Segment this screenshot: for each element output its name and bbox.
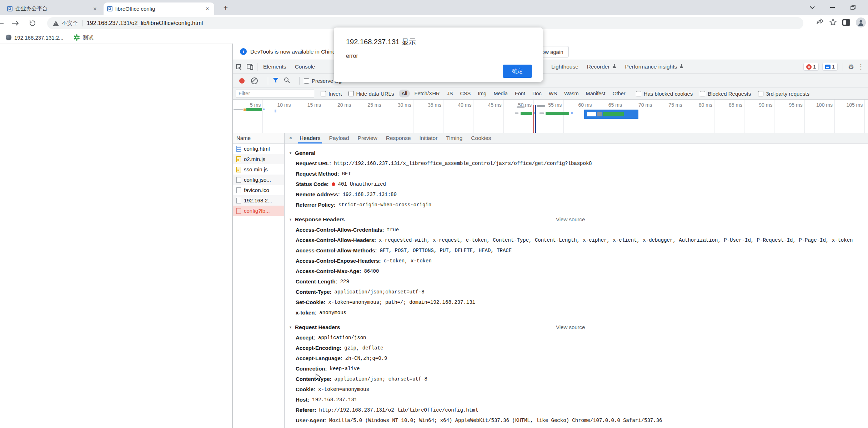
request-list-header[interactable]: Name [233, 133, 284, 143]
device-toolbar-icon[interactable] [244, 61, 256, 72]
tab-office-platform[interactable]: 企业办公平台 × [4, 2, 102, 15]
timeline-tick: 15 ms [293, 100, 323, 134]
detail-tab-headers[interactable]: Headers [295, 133, 325, 143]
section-general[interactable]: ▼General [285, 148, 868, 158]
request-row-o2-min-js[interactable]: o2.min.js [233, 154, 284, 164]
request-name: config.jso... [244, 177, 271, 183]
reload-button[interactable] [27, 18, 38, 29]
network-overview-timeline[interactable]: 5 ms10 ms15 ms20 ms25 ms30 ms35 ms40 ms4… [233, 100, 868, 135]
type-filter-manifest[interactable]: Manifest [583, 90, 608, 97]
view-source-link[interactable]: View source [556, 324, 585, 330]
side-panel-icon[interactable] [842, 19, 850, 26]
tab-libreoffice-config[interactable]: libreOffice config × [104, 2, 214, 15]
tab-close-icon[interactable]: × [92, 6, 98, 12]
alert-dialog: 192.168.237.131 显示 error 确定 [334, 27, 543, 82]
close-detail-icon[interactable]: × [286, 135, 295, 142]
js-file-icon [236, 167, 241, 172]
tab-search-chevron-icon[interactable] [804, 0, 821, 15]
has-blocked-cookies-checkbox[interactable]: Has blocked cookies [636, 91, 693, 97]
section-request-headers[interactable]: ▼Request HeadersView source [285, 322, 868, 332]
share-icon[interactable] [817, 19, 824, 26]
forward-button[interactable] [10, 18, 21, 29]
header-row: Accept:application/json [285, 332, 868, 343]
bookmark-star-icon[interactable] [829, 19, 837, 27]
header-value: http://192.168.237.131/x_libreoffice_ass… [334, 161, 592, 166]
header-row: Access-Control-Max-Age:86400 [285, 266, 868, 276]
more-menu-icon[interactable]: ⋮ [858, 63, 864, 71]
type-filter-wasm[interactable]: Wasm [562, 90, 581, 97]
header-value: zh-CN,zh;q=0.9 [345, 356, 387, 361]
divider [299, 77, 300, 85]
detail-tab-preview[interactable]: Preview [353, 133, 382, 143]
detail-tab-timing[interactable]: Timing [442, 133, 467, 143]
request-row-config-jso-[interactable]: config.jso... [233, 175, 284, 185]
checkbox[interactable] [636, 91, 641, 96]
type-filter-fetch-xhr[interactable]: Fetch/XHR [412, 90, 442, 97]
devtools-tab-recorder[interactable]: Recorder [583, 60, 621, 74]
tab-close-icon[interactable]: × [204, 6, 211, 12]
timeline-event-marker [533, 105, 534, 134]
devtools-tab-performance-insights[interactable]: Performance insights [621, 60, 688, 74]
bookmark-item[interactable]: 192.168.237.131:2... [6, 35, 64, 41]
type-filter-js[interactable]: JS [444, 90, 455, 97]
header-row: Status Code:401 Unauthorized [285, 179, 868, 189]
profile-avatar[interactable] [856, 17, 866, 27]
type-filter-other[interactable]: Other [610, 90, 628, 97]
detail-tab-initiator[interactable]: Initiator [415, 133, 442, 143]
errors-badge[interactable]: ×1 [803, 63, 819, 71]
checkbox[interactable] [758, 91, 763, 96]
type-filter-font[interactable]: Font [512, 90, 528, 97]
blocked-requests-checkbox[interactable]: Blocked Requests [700, 91, 751, 97]
request-row-favicon-ico[interactable]: favicon.ico [233, 185, 284, 195]
request-row-192-168-2-[interactable]: 192.168.2... [233, 195, 284, 206]
section-response-headers[interactable]: ▼Response HeadersView source [285, 214, 868, 225]
view-source-link[interactable]: View source [556, 216, 585, 222]
window-restore-button[interactable] [845, 0, 861, 15]
filter-input[interactable] [236, 90, 314, 97]
bookmark-favicon [74, 34, 80, 41]
request-row-config-lb-[interactable]: config?lb... [233, 206, 284, 216]
invert-checkbox[interactable]: Invert [321, 91, 342, 97]
devtools-infobar: i DevTools is now available in Chinese! … [233, 44, 868, 60]
checkbox[interactable] [304, 78, 309, 84]
3rd-party-requests-checkbox[interactable]: 3rd-party requests [758, 91, 809, 97]
type-filter-css[interactable]: CSS [457, 90, 473, 97]
clear-icon[interactable] [251, 77, 258, 84]
type-filter-img[interactable]: Img [475, 90, 489, 97]
back-button[interactable] [0, 18, 6, 29]
timeline-tick: 50 ms [504, 100, 534, 134]
waterfall-bar [521, 112, 532, 115]
issues-badge[interactable]: 1 [822, 63, 838, 71]
settings-gear-icon[interactable]: ⚙ [848, 63, 854, 71]
window-minimize-button[interactable] [824, 0, 841, 15]
checkbox[interactable] [700, 91, 705, 96]
type-filter-all[interactable]: All [399, 90, 410, 97]
header-name: Content-Length: [296, 278, 337, 285]
request-row-sso-min-js[interactable]: sso.min.js [233, 164, 284, 175]
header-value: keep-alive [330, 366, 360, 372]
timeline-event-marker [535, 105, 536, 134]
detail-tab-payload[interactable]: Payload [325, 133, 353, 143]
inspect-element-icon[interactable] [233, 61, 244, 72]
header-row: Host:192.168.237.131 [285, 394, 868, 405]
request-name: sso.min.js [244, 166, 268, 172]
detail-tab-response[interactable]: Response [382, 133, 415, 143]
bookmark-item[interactable]: 测试 [74, 34, 94, 41]
record-button[interactable] [239, 78, 245, 84]
type-filter-ws[interactable]: WS [546, 90, 560, 97]
filter-funnel-icon[interactable] [272, 77, 279, 84]
request-row-config-html[interactable]: config.html [233, 143, 284, 154]
not-secure-warning-icon [53, 21, 59, 26]
type-filter-media[interactable]: Media [491, 90, 510, 97]
search-icon[interactable] [284, 77, 290, 84]
alert-ok-button[interactable]: 确定 [503, 65, 532, 78]
new-tab-button[interactable]: + [221, 3, 231, 13]
devtools-tab-console[interactable]: Console [291, 60, 320, 74]
devtools-tab-lighthouse[interactable]: Lighthouse [547, 60, 583, 74]
waterfall-bar [571, 112, 573, 114]
devtools-tab-elements[interactable]: Elements [259, 60, 291, 74]
type-filter-doc[interactable]: Doc [530, 90, 544, 97]
header-row: x-token:anonymous [285, 307, 868, 318]
hide-data-urls-checkbox[interactable]: Hide data URLs [348, 91, 394, 97]
detail-tab-cookies[interactable]: Cookies [467, 133, 495, 143]
